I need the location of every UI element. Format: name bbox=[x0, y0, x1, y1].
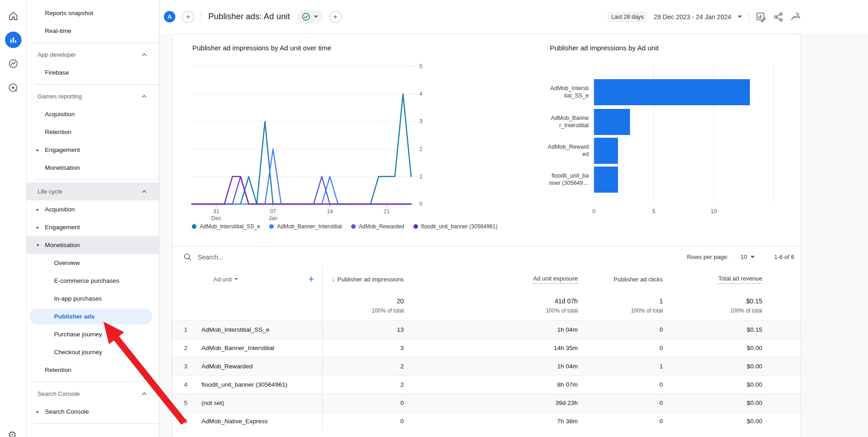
legend-item-admob-banner-interstitial: AdMob_Banner_Interstitial bbox=[269, 223, 342, 230]
column-header-impressions[interactable]: ↓ Publisher ad impressions bbox=[322, 267, 415, 291]
line-series-floodit-unit-banner-30564961 bbox=[192, 177, 411, 204]
sidebar-item-search-console[interactable]: ▸Search Console bbox=[27, 403, 159, 421]
sidebar-divider bbox=[34, 179, 159, 180]
insights-icon[interactable] bbox=[790, 11, 801, 22]
sidebar-section-games-reporting[interactable]: Games reporting bbox=[27, 87, 159, 105]
comparison-avatar[interactable]: A bbox=[164, 11, 175, 22]
pagination-controls: Rows per page: 10 1-6 of 6 bbox=[687, 254, 794, 260]
expand-arrow-icon[interactable]: ▸ bbox=[37, 147, 43, 152]
dimension-header[interactable]: Ad unit + bbox=[201, 267, 322, 291]
sidebar-item-label: Retention bbox=[45, 367, 71, 373]
column-header-clicks[interactable]: Publisher ad clicks bbox=[589, 267, 674, 291]
row-revenue: $0.00 bbox=[674, 339, 801, 357]
sidebar-item-checkout-journey[interactable]: Checkout journey bbox=[27, 343, 159, 361]
home-icon[interactable] bbox=[8, 11, 19, 22]
rows-per-page-value[interactable]: 10 bbox=[740, 254, 747, 260]
sidebar-item-acquisition[interactable]: Acquisition bbox=[27, 105, 159, 123]
row-ad-unit: AdMob_Rewarded bbox=[201, 357, 322, 375]
add-comparison-button[interactable]: + bbox=[182, 11, 194, 23]
share-icon[interactable] bbox=[773, 11, 784, 22]
expand-arrow-icon[interactable]: ▸ bbox=[37, 207, 43, 212]
totals-subtext: 100% of total bbox=[372, 308, 404, 314]
table-totals-row: 20 100% of total 41d 07h 100% of total 1… bbox=[172, 291, 801, 320]
admin-gear-icon[interactable]: ⚙ bbox=[8, 429, 17, 437]
search-input[interactable] bbox=[198, 254, 344, 261]
totals-value: 1 bbox=[659, 297, 663, 305]
add-metric-button[interactable]: + bbox=[308, 273, 314, 285]
sidebar-item-retention[interactable]: Retention bbox=[27, 123, 159, 141]
sidebar-item-retention[interactable]: Retention bbox=[27, 361, 159, 379]
sidebar-item-in-app-purchases[interactable]: In-app purchases bbox=[27, 290, 159, 308]
sidebar-item-purchase-journey[interactable]: Purchase journey bbox=[27, 325, 159, 343]
report-status-pill[interactable] bbox=[297, 10, 323, 23]
sidebar-item-label: Monetisation bbox=[45, 242, 80, 248]
sidebar-item-e-commerce-purchases[interactable]: E-commerce purchases bbox=[27, 272, 159, 290]
sidebar-item-acquisition[interactable]: ▸Acquisition bbox=[27, 200, 159, 218]
row-exposure: 8h 07m bbox=[415, 376, 589, 394]
legend-label: AdMob_Banner_Interstitial bbox=[277, 223, 342, 230]
bar-category-label: AdMob_Intersti bbox=[550, 85, 589, 92]
column-header-label: Ad unit exposure bbox=[533, 275, 578, 284]
explore-icon[interactable] bbox=[8, 58, 19, 69]
section-label: Games reporting bbox=[38, 93, 82, 100]
table-body: 1AdMob_Interstitial_SS_e131h 04m0$0.152A… bbox=[172, 320, 801, 430]
sidebar-item-firebase[interactable]: Firebase bbox=[27, 64, 159, 81]
chevron-up-icon bbox=[141, 95, 147, 98]
sidebar-item-label: Acquisition bbox=[45, 111, 75, 118]
sidebar-item-monetisation[interactable]: Monetisation bbox=[27, 159, 159, 177]
page-title: Publisher ads: Ad unit bbox=[208, 12, 290, 22]
sidebar-item-overview[interactable]: Overview bbox=[27, 254, 159, 272]
sidebar-divider bbox=[34, 84, 159, 85]
sidebar-item-reports-snapshot[interactable]: Reports snapshot bbox=[27, 4, 159, 22]
sidebar-section-app-developer[interactable]: App developer bbox=[27, 46, 159, 64]
column-header-revenue[interactable]: Total ad revenue bbox=[674, 267, 801, 291]
date-range[interactable]: 28 Dec 2023 - 24 Jan 2024 bbox=[654, 13, 731, 21]
bar-chart-icon bbox=[8, 35, 18, 45]
sidebar-item-label: Overview bbox=[54, 259, 80, 266]
rows-per-page-chevron-icon[interactable] bbox=[750, 256, 755, 258]
customize-report-icon[interactable] bbox=[755, 11, 766, 22]
sidebar-item-real-time[interactable]: Real-time bbox=[27, 22, 159, 40]
add-report-tab-button[interactable]: + bbox=[330, 11, 342, 23]
bar-chart: 0510AdMob_Interstitial_SS_eAdMob_Banner_… bbox=[447, 34, 801, 246]
row-index: 4 bbox=[172, 376, 201, 394]
collapse-arrow-icon[interactable]: ▾ bbox=[37, 243, 43, 248]
header-right-group: Last 28 days 28 Dec 2023 - 24 Jan 2024 bbox=[608, 11, 868, 23]
legend-label: AdMob_Rewarded bbox=[359, 223, 404, 230]
dimension-chevron-icon[interactable] bbox=[234, 278, 238, 280]
sidebar-item-engagement[interactable]: ▸Engagement bbox=[27, 141, 159, 159]
row-ad-unit: (not set) bbox=[201, 394, 322, 412]
expand-arrow-icon[interactable]: ▸ bbox=[37, 409, 43, 414]
totals-spacer bbox=[172, 291, 201, 320]
sidebar-item-engagement[interactable]: ▸Engagement bbox=[27, 218, 159, 236]
y-axis-label: 1 bbox=[419, 173, 423, 180]
date-chevron-down-icon[interactable] bbox=[738, 16, 742, 18]
expand-arrow-icon[interactable]: ▸ bbox=[37, 225, 43, 230]
row-clicks: 0 bbox=[589, 376, 674, 394]
bar-category-label: floodit_unit_ba bbox=[552, 173, 589, 179]
bar-category-label: tial_SS_e bbox=[564, 92, 589, 99]
row-revenue: $0.15 bbox=[674, 321, 801, 339]
bar-floodit-unit-banner-30564961 bbox=[594, 167, 618, 193]
reports-icon[interactable] bbox=[5, 32, 22, 48]
row-ad-unit: AdMob_Native_Express bbox=[201, 412, 322, 430]
sidebar-section-search-console[interactable]: Search Console bbox=[27, 385, 159, 403]
legend-dot-icon bbox=[413, 224, 418, 229]
sidebar-item-publisher-ads[interactable]: Publisher ads bbox=[29, 308, 152, 324]
report-card: Publisher ad impressions by Ad unit over… bbox=[172, 33, 801, 437]
row-index: 6 bbox=[172, 412, 201, 430]
pagination-range: 1-6 of 6 bbox=[774, 254, 794, 260]
sidebar-item-monetisation[interactable]: ▾Monetisation bbox=[27, 236, 159, 254]
advertising-icon[interactable] bbox=[8, 82, 19, 93]
sidebar-item-label: Engagement bbox=[45, 224, 80, 231]
column-header-exposure[interactable]: Ad unit exposure bbox=[415, 267, 589, 291]
section-label: Life cycle bbox=[38, 188, 62, 195]
y-axis-label: 2 bbox=[419, 146, 423, 152]
x-axis-label: 14 bbox=[327, 208, 333, 215]
line-chart: 01234531Dec07Jan1421 bbox=[172, 34, 447, 246]
sidebar-item-label: Monetisation bbox=[45, 164, 80, 171]
bar-category-label: r_Interstitial bbox=[559, 122, 589, 129]
y-axis-label: 5 bbox=[419, 63, 423, 70]
chevron-up-icon bbox=[141, 190, 147, 194]
sidebar-section-life-cycle[interactable]: Life cycle bbox=[27, 183, 159, 200]
